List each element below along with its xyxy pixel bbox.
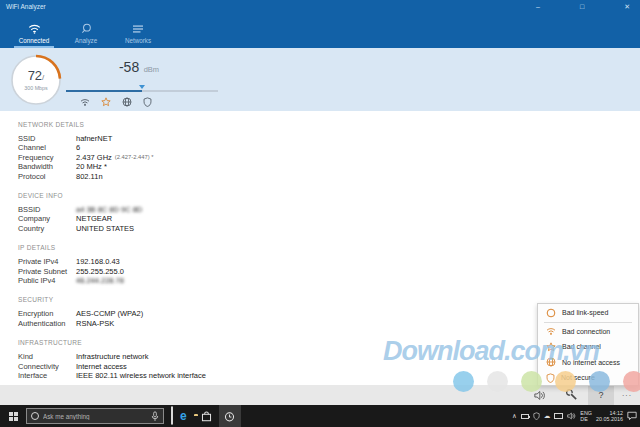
section-title: NETWORK DETAILS: [18, 121, 640, 128]
legend-item-no-internet[interactable]: No internet access: [538, 355, 638, 371]
tray-expand-icon[interactable]: ∧: [512, 405, 517, 427]
section-device-info: DEVICE INFO BSSIDa4 3B 8C 8D 9C 8D Compa…: [18, 192, 640, 233]
tab-connected[interactable]: Connected: [8, 13, 60, 48]
section-ip-details: IP DETAILS Private IPv4192.168.0.43 Priv…: [18, 244, 640, 285]
network-monitor-icon[interactable]: [554, 413, 563, 419]
detail-row: SSIDhafnerNET: [18, 134, 640, 143]
wifi-analyzer-taskbar-button[interactable]: [219, 405, 241, 427]
networks-icon: [132, 24, 144, 34]
wifi-icon: [80, 98, 90, 106]
date-label: 20.05.2016: [596, 416, 623, 422]
tools-button[interactable]: [556, 385, 588, 405]
tab-networks-label: Networks: [125, 37, 151, 44]
legend-popup: Bad link-speed Bad connection Bad channe…: [537, 303, 639, 386]
speed-max: 300 Mbps: [10, 85, 62, 91]
store-button[interactable]: [201, 411, 212, 422]
legend-item-bad-link-speed[interactable]: Bad link-speed: [538, 305, 638, 321]
app-command-bar: ? ···: [0, 385, 640, 405]
volume-button[interactable]: [524, 385, 556, 405]
detail-row: BSSIDa4 3B 8C 8D 9C 8D: [18, 205, 640, 214]
wrench-icon: [566, 389, 578, 401]
dbm-value: -58: [119, 59, 139, 75]
speed-value: 72: [28, 68, 42, 83]
tab-analyze[interactable]: Analyze: [60, 13, 112, 48]
task-view-button[interactable]: [171, 407, 173, 425]
tab-connected-label: Connected: [19, 37, 49, 44]
minimize-button[interactable]: –: [536, 0, 540, 13]
ellipsis-icon: ···: [622, 392, 632, 399]
detail-row: Public IPv446.244.228.78: [18, 276, 640, 285]
divider: [544, 322, 632, 323]
shield-icon: [546, 373, 555, 383]
title-bar: WiFi Analyzer – □ ✕: [0, 0, 640, 13]
detail-row: Channel6: [18, 143, 640, 152]
signal-strength-meter: [66, 90, 218, 92]
detail-row: CountryUNITED STATES: [18, 224, 640, 233]
help-button[interactable]: ?: [588, 385, 614, 405]
wifi-icon: [28, 23, 41, 34]
frequency-range-note: (2.427-2.447) *: [115, 153, 154, 162]
detail-row: Frequency2.437 GHz(2.427-2.447) *: [18, 153, 640, 162]
app-title: WiFi Analyzer: [6, 3, 46, 10]
help-icon: ?: [598, 390, 603, 400]
signal-meter-fill: [66, 90, 142, 92]
wifi-icon: [546, 327, 556, 335]
more-button[interactable]: ···: [614, 385, 640, 405]
system-tray: ∧ ☁ ENG DE 14:12 20.05.2016: [512, 405, 640, 427]
maximize-button[interactable]: □: [580, 0, 584, 13]
volume-tray-icon[interactable]: [567, 412, 576, 420]
legend-item-bad-connection[interactable]: Bad connection: [538, 324, 638, 340]
link-speed-value: 72/ 300 Mbps: [10, 66, 62, 91]
cortana-search-box[interactable]: [26, 408, 164, 424]
start-button[interactable]: [0, 405, 26, 427]
star-icon: [101, 97, 111, 107]
dbm-unit: dBm: [144, 65, 159, 74]
globe-icon: [546, 357, 556, 367]
section-title: IP DETAILS: [18, 244, 640, 251]
battery-icon[interactable]: [521, 414, 529, 419]
star-icon: [546, 342, 556, 352]
circle-icon: [546, 308, 556, 318]
onedrive-cloud-icon[interactable]: ☁: [544, 405, 551, 427]
cortana-icon: [31, 412, 39, 420]
connection-summary-header: 72/ 300 Mbps -58 dBm: [0, 48, 640, 111]
close-button[interactable]: ✕: [624, 0, 630, 13]
alarm-clock-icon: [224, 411, 235, 422]
action-center-icon[interactable]: [627, 411, 637, 421]
detail-row: Bandwidth20 MHz *: [18, 162, 640, 171]
speaker-icon: [534, 390, 546, 401]
section-network-details: NETWORK DETAILS SSIDhafnerNET Channel6 F…: [18, 121, 640, 181]
redacted-value: 46.244.228.78: [76, 276, 124, 285]
legend-item-not-secure[interactable]: Not secure: [538, 370, 638, 386]
legend-item-bad-channel[interactable]: Bad channel: [538, 339, 638, 355]
clock[interactable]: 14:12 20.05.2016: [596, 410, 623, 422]
redacted-value: a4 3B 8C 8D 9C 8D: [76, 205, 142, 214]
windows-taskbar: e ∧ ☁ ENG DE 14:12 20.05.2016: [0, 405, 640, 427]
windows-logo-icon: [9, 412, 18, 421]
detail-row: Private Subnet255.255.255.0: [18, 267, 640, 276]
tab-bar: Connected Analyze Networks: [0, 13, 640, 48]
signal-strength-readout: -58 dBm: [95, 58, 183, 76]
tab-analyze-label: Analyze: [75, 37, 97, 44]
microphone-icon[interactable]: [151, 411, 159, 422]
detail-row: Private IPv4192.168.0.43: [18, 257, 640, 266]
language-indicator[interactable]: ENG DE: [580, 410, 592, 422]
task-view-icon: [171, 406, 173, 425]
detail-row: CompanyNETGEAR: [18, 214, 640, 223]
search-icon: [81, 23, 92, 34]
globe-icon: [122, 97, 132, 107]
detail-row: Protocol802.11n: [18, 172, 640, 181]
tab-networks[interactable]: Networks: [112, 13, 164, 48]
window-controls: – □ ✕: [536, 0, 630, 13]
link-speed-gauge: 72/ 300 Mbps: [10, 54, 62, 106]
pinned-apps: e: [171, 405, 241, 427]
defender-shield-icon[interactable]: [533, 412, 540, 420]
shield-icon: [143, 97, 152, 107]
search-input[interactable]: [43, 413, 147, 420]
section-title: DEVICE INFO: [18, 192, 640, 199]
signal-meter-marker: [139, 85, 145, 89]
edge-browser-button[interactable]: e: [180, 405, 187, 427]
status-icon-row: [80, 97, 152, 107]
